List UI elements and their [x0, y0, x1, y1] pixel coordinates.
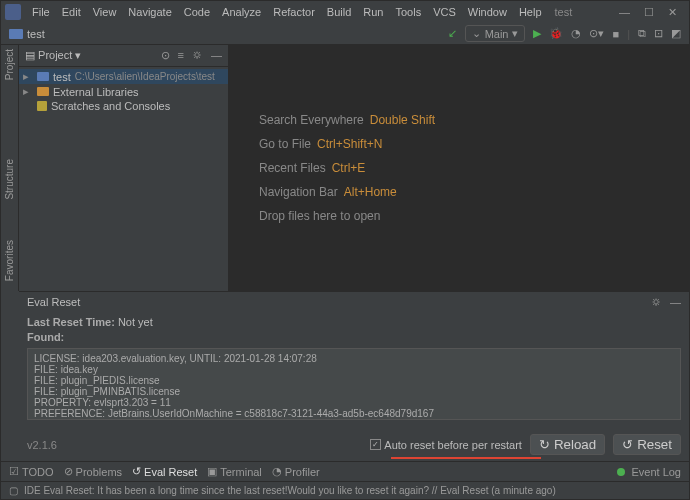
collapse-all-icon[interactable]: ⛭ [192, 49, 203, 62]
app-logo-icon [5, 4, 21, 20]
hide-panel-icon[interactable]: — [211, 49, 222, 62]
project-tree[interactable]: ▸ test C:\Users\alien\IdeaProjects\test … [19, 67, 228, 115]
sidebar-tab-project[interactable]: Project [4, 49, 15, 80]
found-item[interactable]: PROPERTY: evlsprt3.203 = 11 [32, 397, 676, 408]
menu-navigate[interactable]: Navigate [123, 6, 176, 18]
last-reset-label: Last Reset Time: [27, 316, 115, 328]
tree-scratches[interactable]: Scratches and Consoles [19, 99, 228, 113]
found-item[interactable]: PREFERENCE: JetBrains.UserIdOnMachine = … [32, 408, 676, 419]
vcs-icon[interactable]: ⧉ [638, 27, 646, 40]
tab-problems[interactable]: ⊘ Problems [64, 465, 122, 478]
scratches-icon [37, 101, 47, 111]
status-text: IDE Eval Reset: It has been a long time … [24, 485, 556, 496]
highlight-underline [391, 457, 541, 459]
auto-reset-label: Auto reset before per restart [384, 439, 522, 451]
status-hide-icon[interactable]: ▢ [9, 485, 18, 496]
eval-reset-panel: Eval Reset ⛭ — Last Reset Time: Not yet … [19, 291, 689, 461]
tab-event-log[interactable]: Event Log [631, 466, 681, 478]
menu-edit[interactable]: Edit [57, 6, 86, 18]
menu-build[interactable]: Build [322, 6, 356, 18]
tree-root-label: test [53, 71, 71, 83]
breadcrumb: test ↙ ⌄ Main ▾ ▶ 🐞 ◔ ⊙▾ ■ | ⧉ ⊡ ◩ [1, 23, 689, 45]
found-list[interactable]: LICENSE: idea203.evaluation.key, UNTIL: … [27, 348, 681, 420]
folder-icon [9, 29, 23, 39]
project-view-dropdown[interactable]: ▤ Project ▾ [25, 49, 81, 62]
menu-window[interactable]: Window [463, 6, 512, 18]
reset-icon: ↺ [622, 437, 633, 452]
minimize-icon[interactable]: — [619, 6, 630, 19]
editor-empty-area[interactable]: Search EverywhereDouble Shift Go to File… [229, 45, 689, 291]
maximize-icon[interactable]: ☐ [644, 6, 654, 19]
project-tool-window: ▤ Project ▾ ⊙ ≡ ⛭ — ▸ test C:\Users\alie… [19, 45, 229, 291]
menu-help[interactable]: Help [514, 6, 547, 18]
tree-external-libs[interactable]: ▸ External Libraries [19, 84, 228, 99]
hint-go-to-file: Go to FileCtrl+Shift+N [259, 137, 382, 151]
checkbox-icon: ✓ [370, 439, 381, 450]
found-item[interactable]: PREFERENCE: jetbrains.user_id_on_machine… [32, 419, 676, 420]
sidebar-tab-favorites[interactable]: Favorites [4, 240, 15, 281]
auto-reset-checkbox[interactable]: ✓ Auto reset before per restart [370, 439, 522, 451]
found-item[interactable]: LICENSE: idea203.evaluation.key, UNTIL: … [32, 353, 676, 364]
tree-scratches-label: Scratches and Consoles [51, 100, 170, 112]
tab-eval-reset[interactable]: ↺ Eval Reset [132, 465, 197, 478]
tree-external-label: External Libraries [53, 86, 139, 98]
menu-file[interactable]: File [27, 6, 55, 18]
reload-button[interactable]: ↻Reload [530, 434, 605, 455]
hide-eval-panel-icon[interactable]: — [670, 296, 681, 308]
search-icon[interactable]: ⊡ [654, 27, 663, 40]
tab-profiler[interactable]: ◔ Profiler [272, 465, 320, 478]
menu-code[interactable]: Code [179, 6, 215, 18]
reload-icon: ↻ [539, 437, 550, 452]
menubar: File Edit View Navigate Code Analyze Ref… [1, 1, 689, 23]
left-gutter: Project Structure Favorites [1, 45, 19, 291]
sync-icon[interactable]: ↙ [448, 27, 457, 40]
tree-root-path: C:\Users\alien\IdeaProjects\test [75, 71, 215, 82]
close-icon[interactable]: ✕ [668, 6, 677, 19]
menu-analyze[interactable]: Analyze [217, 6, 266, 18]
select-opened-file-icon[interactable]: ⊙ [161, 49, 170, 62]
hint-drop-files: Drop files here to open [259, 209, 380, 223]
tab-todo[interactable]: ☑ TODO [9, 465, 54, 478]
sidebar-tab-structure[interactable]: Structure [4, 159, 15, 200]
gear-icon[interactable]: ⛭ [651, 296, 662, 308]
bottom-toolbar: ☑ TODO ⊘ Problems ↺ Eval Reset ▣ Termina… [1, 461, 689, 481]
menu-view[interactable]: View [88, 6, 122, 18]
debug-button[interactable]: 🐞 [549, 27, 563, 40]
found-item[interactable]: FILE: idea.key [32, 364, 676, 375]
menu-vcs[interactable]: VCS [428, 6, 461, 18]
run-button[interactable]: ▶ [533, 27, 541, 40]
breadcrumb-project[interactable]: test [27, 28, 45, 40]
tree-root[interactable]: ▸ test C:\Users\alien\IdeaProjects\test [19, 69, 228, 84]
menu-run[interactable]: Run [358, 6, 388, 18]
tab-terminal[interactable]: ▣ Terminal [207, 465, 262, 478]
run-config-dropdown[interactable]: ⌄ Main ▾ [465, 25, 526, 42]
event-indicator-icon [617, 468, 625, 476]
menu-tools[interactable]: Tools [390, 6, 426, 18]
eval-version: v2.1.6 [27, 439, 57, 451]
hint-search-everywhere: Search EverywhereDouble Shift [259, 113, 435, 127]
status-bar: ▢ IDE Eval Reset: It has been a long tim… [1, 481, 689, 499]
expand-all-icon[interactable]: ≡ [178, 49, 184, 62]
found-item[interactable]: FILE: plugin_PIEDIS.license [32, 375, 676, 386]
settings-icon[interactable]: ◩ [671, 27, 681, 40]
coverage-button[interactable]: ◔ [571, 27, 581, 40]
hint-recent-files: Recent FilesCtrl+E [259, 161, 365, 175]
eval-panel-title: Eval Reset [27, 296, 80, 308]
hint-nav-bar: Navigation BarAlt+Home [259, 185, 397, 199]
libraries-icon [37, 87, 49, 96]
chevron-down-icon: ⌄ [472, 27, 481, 40]
menu-refactor[interactable]: Refactor [268, 6, 320, 18]
profile-button[interactable]: ⊙▾ [589, 27, 604, 40]
title-project: test [555, 6, 573, 18]
stop-button[interactable]: ■ [612, 28, 619, 40]
found-label: Found: [27, 331, 681, 343]
folder-icon [37, 72, 49, 81]
found-item[interactable]: FILE: plugin_PMINBATIS.license [32, 386, 676, 397]
reset-button[interactable]: ↺Reset [613, 434, 681, 455]
last-reset-value: Not yet [118, 316, 153, 328]
run-config-name: Main [485, 28, 509, 40]
